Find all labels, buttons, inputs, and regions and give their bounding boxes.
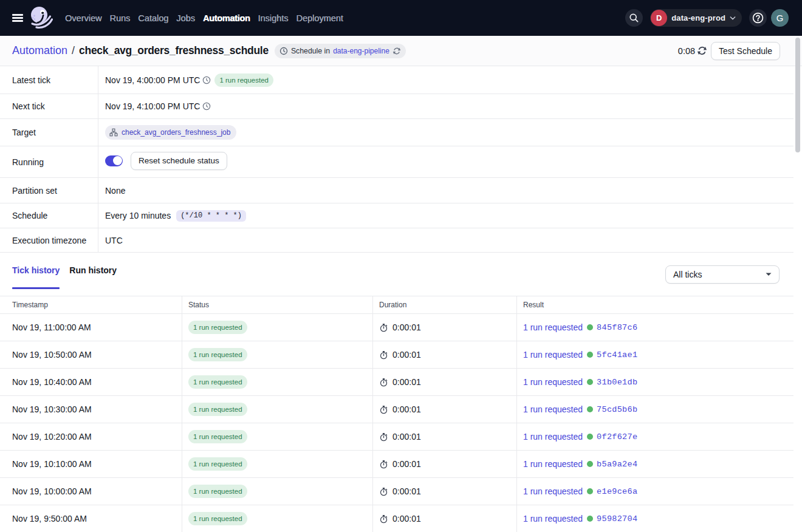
target-job-name[interactable]: check_avg_orders_freshness_job (122, 128, 230, 137)
tick-row: Nov 19, 10:30:00 AM 1 run requested 0:00… (0, 396, 793, 423)
schedule-location-chip: Schedule in data-eng-pipeline (275, 44, 406, 58)
tab-tick-history[interactable]: Tick history (12, 265, 60, 289)
schedule-value: Every 10 minutes (105, 211, 171, 220)
column-header-result: Result (523, 301, 544, 309)
tick-table-header: TimestampStatusDurationResult (0, 296, 793, 314)
run-id-link[interactable]: 5fc41ae1 (597, 350, 637, 360)
user-avatar[interactable]: G (771, 9, 789, 27)
clock-icon (202, 102, 211, 111)
menu-icon[interactable] (12, 12, 24, 25)
stopwatch-icon (379, 405, 388, 414)
detail-label: Execution timezone (0, 228, 98, 252)
tick-status-badge: 1 run requested (188, 403, 247, 416)
tick-row: Nov 19, 10:40:00 AM 1 run requested 0:00… (0, 369, 793, 396)
tick-result-link[interactable]: 1 run requested (523, 377, 583, 387)
breadcrumb-automation-link[interactable]: Automation (12, 44, 67, 57)
stopwatch-icon (379, 323, 388, 332)
column-header-timestamp: Timestamp (12, 301, 48, 309)
stopwatch-icon (379, 460, 388, 469)
stopwatch-icon (379, 350, 388, 360)
page-title: check_avg_orders_freshness_schdule (79, 44, 269, 57)
clock-icon (202, 76, 211, 84)
run-id-link[interactable]: 845f87c6 (597, 323, 637, 332)
reload-location-icon[interactable] (392, 47, 401, 55)
run-status-dot (587, 352, 593, 358)
stopwatch-icon (379, 378, 388, 387)
tick-history-table: TimestampStatusDurationResult Nov 19, 11… (0, 296, 793, 532)
detail-row-target: Target check_avg_orders_freshness_job (0, 119, 793, 146)
run-id-link[interactable]: 31b0e1db (597, 378, 637, 387)
tick-result-link[interactable]: 1 run requested (523, 486, 583, 496)
deployment-initial-badge: D (651, 10, 667, 26)
run-status-dot (587, 324, 593, 330)
nav-item-catalog[interactable]: Catalog (138, 13, 168, 23)
run-status-dot (587, 461, 593, 467)
deployment-switcher[interactable]: D data-eng-prod (650, 9, 742, 27)
run-id-link[interactable]: 0f2f627e (597, 432, 637, 442)
tick-result-link[interactable]: 1 run requested (523, 432, 583, 442)
schedule-details-table: Latest tick Nov 19, 4:00:00 PM UTC 1 run… (0, 66, 793, 253)
detail-row-timezone: Execution timezone UTC (0, 228, 793, 253)
stopwatch-icon (379, 514, 388, 523)
chevron-down-icon (730, 16, 736, 20)
tick-status-badge: 1 run requested (188, 348, 247, 361)
vertical-scrollbar[interactable] (795, 38, 800, 152)
detail-label: Partition set (0, 178, 98, 203)
tick-duration: 0:00:01 (392, 377, 421, 387)
tick-timestamp: Nov 19, 10:30:00 AM (12, 404, 92, 414)
tick-duration: 0:00:01 (392, 322, 421, 332)
latest-tick-value: Nov 19, 4:00:00 PM UTC (105, 75, 200, 85)
tab-run-history[interactable]: Run history (69, 265, 117, 289)
nav-item-deployment[interactable]: Deployment (296, 13, 343, 23)
refresh-button[interactable] (697, 46, 707, 56)
run-id-link[interactable]: b5a9a2e4 (597, 460, 637, 469)
reset-schedule-status-button[interactable]: Reset schedule status (131, 152, 227, 170)
target-job-tag[interactable]: check_avg_orders_freshness_job (105, 125, 236, 140)
nav-item-insights[interactable]: Insights (258, 13, 288, 23)
nav-item-overview[interactable]: Overview (65, 13, 101, 23)
tick-result-link[interactable]: 1 run requested (523, 322, 583, 332)
nav-item-automation[interactable]: Automation (203, 13, 250, 23)
tick-status-badge: 1 run requested (188, 485, 247, 498)
deployment-name: data-eng-prod (671, 13, 725, 22)
test-schedule-button[interactable]: Test Schedule (711, 42, 780, 60)
tick-timestamp: Nov 19, 11:00:00 AM (12, 322, 91, 332)
run-id-link[interactable]: 95982704 (597, 514, 637, 523)
tick-result-link[interactable]: 1 run requested (523, 350, 583, 360)
detail-label: Latest tick (0, 66, 98, 94)
tick-row: Nov 19, 10:00:00 AM 1 run requested 0:00… (0, 478, 793, 505)
running-toggle[interactable] (105, 155, 123, 166)
help-button[interactable] (749, 9, 767, 27)
detail-label: Target (0, 119, 98, 146)
tick-row: Nov 19, 9:50:00 AM 1 run requested 0:00:… (0, 505, 793, 532)
detail-row-partition-set: Partition set None (0, 178, 793, 203)
detail-row-running: Running Reset schedule status (0, 146, 793, 178)
ticks-filter-value: All ticks (673, 270, 702, 279)
tick-timestamp: Nov 19, 10:00:00 AM (12, 486, 92, 496)
stopwatch-icon (379, 432, 388, 442)
run-id-link[interactable]: e1e9ce6a (597, 487, 637, 496)
column-header-duration: Duration (379, 301, 406, 309)
search-button[interactable] (625, 9, 643, 27)
tick-duration: 0:00:01 (392, 514, 421, 523)
cron-expression: (*/10 * * * *) (176, 210, 246, 222)
nav-item-runs[interactable]: Runs (109, 13, 130, 23)
tick-result-link[interactable]: 1 run requested (523, 404, 583, 414)
ticks-filter-select[interactable]: All ticks (665, 265, 780, 284)
run-id-link[interactable]: 75cd5b6b (597, 405, 637, 414)
tick-result-link[interactable]: 1 run requested (523, 459, 583, 469)
search-icon (629, 13, 639, 23)
nav-item-jobs[interactable]: Jobs (176, 13, 195, 23)
timezone-value: UTC (105, 236, 123, 245)
dagster-logo-icon[interactable] (30, 7, 53, 30)
tick-status-badge: 1 run requested (188, 512, 247, 525)
tick-timestamp: Nov 19, 10:40:00 AM (12, 377, 92, 387)
tick-duration: 0:00:01 (392, 404, 421, 414)
caret-down-icon (766, 273, 772, 276)
tick-row: Nov 19, 10:10:00 AM 1 run requested 0:00… (0, 451, 793, 478)
tick-result-link[interactable]: 1 run requested (523, 514, 583, 523)
job-icon (109, 128, 118, 137)
breadcrumb-separator: / (72, 44, 75, 57)
refresh-icon (697, 46, 707, 56)
code-location-link[interactable]: data-eng-pipeline (333, 47, 389, 55)
